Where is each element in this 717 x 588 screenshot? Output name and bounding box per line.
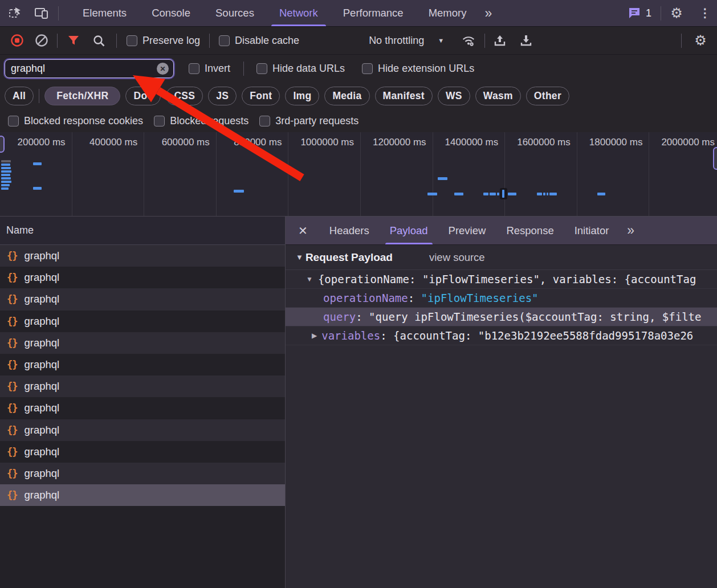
filter-text-input[interactable]: graphql ✕ [5, 59, 174, 78]
checkbox[interactable] [8, 116, 19, 126]
filter-funnel-icon[interactable] [66, 33, 81, 48]
chip-wasm[interactable]: Wasm [475, 87, 521, 105]
chip-ws[interactable]: WS [438, 87, 470, 105]
network-settings-gear-icon[interactable]: ⚙ [693, 33, 708, 48]
chip-all[interactable]: All [5, 87, 34, 105]
chip-doc[interactable]: Doc [125, 87, 161, 105]
inspect-element-icon[interactable] [8, 6, 23, 21]
disable-cache-checkbox[interactable]: Disable cache [219, 35, 299, 47]
more-tabs-icon[interactable]: » [479, 6, 496, 21]
chip-css[interactable]: CSS [166, 87, 203, 105]
checkbox[interactable] [219, 35, 230, 46]
invert-checkbox[interactable]: Invert [189, 63, 230, 75]
overview-column: 1200000 ms [361, 132, 433, 217]
request-row[interactable]: {}graphql [0, 311, 285, 332]
view-source-link[interactable]: view source [429, 251, 485, 264]
waterfall-bar [1, 170, 11, 173]
hide-data-urls-checkbox[interactable]: Hide data URLs [256, 63, 345, 75]
detail-tab-preview[interactable]: Preview [438, 217, 496, 244]
checkbox[interactable] [189, 63, 199, 74]
kebab-menu-icon[interactable]: ⋮ [698, 6, 712, 21]
waterfall-bar [597, 193, 605, 195]
chip-fetch-xhr[interactable]: Fetch/XHR [44, 87, 120, 105]
json-request-icon: {} [7, 446, 17, 458]
chip-media[interactable]: Media [324, 87, 369, 105]
tab-console[interactable]: Console [139, 0, 203, 26]
request-row[interactable]: {}graphql [0, 354, 285, 375]
payload-root-row[interactable]: ▼ {operationName: "ipFlowTimeseries", va… [286, 270, 717, 288]
tab-elements[interactable]: Elements [70, 0, 139, 26]
request-name: graphql [24, 446, 59, 458]
chip-font[interactable]: Font [242, 87, 280, 105]
clear-filter-icon[interactable]: ✕ [157, 63, 169, 75]
chip-other[interactable]: Other [526, 87, 569, 105]
chip-img[interactable]: Img [285, 87, 319, 105]
payload-entry-operationName[interactable]: operationName: "ipFlowTimeseries" [286, 288, 717, 307]
close-detail-icon[interactable]: ✕ [298, 224, 308, 238]
detail-tab-headers[interactable]: Headers [319, 217, 380, 244]
request-row[interactable]: {}graphql [0, 245, 285, 267]
blocked-requests-checkbox[interactable]: Blocked requests [154, 115, 248, 127]
checkbox[interactable] [127, 35, 137, 46]
request-row[interactable]: {}graphql [0, 332, 285, 354]
preserve-log-checkbox[interactable]: Preserve log [127, 35, 200, 47]
network-conditions-icon[interactable] [461, 33, 476, 48]
tab-performance[interactable]: Performance [331, 0, 416, 26]
json-request-icon: {} [7, 272, 17, 283]
chip-js[interactable]: JS [208, 87, 237, 105]
expand-triangle-icon[interactable]: ▶ [312, 332, 317, 340]
overview-right-grip[interactable] [713, 147, 717, 170]
issues-icon[interactable] [628, 7, 641, 19]
payload-entry-query[interactable]: query: "query ipFlowTimeseries($accountT… [286, 307, 717, 326]
payload-key: variables [321, 329, 380, 342]
waterfall-bar-gray [1, 160, 11, 162]
payload-entry-variables[interactable]: ▶variables: {accountTag: "b12e3b2192ee55… [286, 326, 717, 345]
waterfall-bar [1, 181, 11, 183]
request-row[interactable]: {}graphql [0, 397, 285, 419]
settings-gear-icon[interactable]: ⚙ [669, 6, 684, 21]
issues-count: 1 [646, 7, 651, 19]
request-row[interactable]: {}graphql [0, 375, 285, 397]
3rd-party-requests-checkbox[interactable]: 3rd-party requests [259, 115, 358, 127]
tab-memory[interactable]: Memory [416, 0, 479, 26]
waterfall-bar [1, 184, 10, 186]
search-icon[interactable] [91, 33, 106, 48]
request-row[interactable]: {}graphql [0, 484, 285, 506]
record-network-log-icon[interactable] [10, 33, 25, 48]
request-row[interactable]: {}graphql [0, 419, 285, 441]
tab-network[interactable]: Network [267, 0, 331, 26]
detail-more-tabs-icon[interactable]: » [621, 223, 639, 238]
checkbox[interactable] [362, 63, 373, 74]
network-overview-timeline[interactable]: 200000 ms400000 ms600000 ms800000 ms1000… [0, 132, 717, 217]
request-row[interactable]: {}graphql [0, 267, 285, 288]
import-har-icon[interactable] [492, 33, 507, 48]
waterfall-bar [508, 193, 516, 195]
expand-triangle-icon[interactable]: ▼ [306, 275, 313, 283]
device-toolbar-icon[interactable] [34, 6, 49, 21]
name-column-header[interactable]: Name [0, 217, 285, 245]
filter-row: graphql ✕ Invert Hide data URLs Hide ext… [0, 55, 717, 83]
detail-tab-initiator[interactable]: Initiator [564, 217, 620, 244]
detail-tab-response[interactable]: Response [496, 217, 564, 244]
blocked-response-cookies-checkbox[interactable]: Blocked response cookies [8, 115, 143, 127]
clear-network-log-icon[interactable] [34, 33, 49, 48]
checkbox[interactable] [259, 116, 270, 126]
export-har-icon[interactable] [519, 33, 533, 48]
payload-root-preview: {operationName: "ipFlowTimeseries", vari… [318, 273, 696, 285]
overview-column: 2000000 ms [649, 132, 717, 217]
checkbox[interactable] [154, 116, 165, 126]
tab-sources[interactable]: Sources [203, 0, 267, 26]
chip-manifest[interactable]: Manifest [375, 87, 433, 105]
checkbox[interactable] [256, 63, 267, 74]
overview-left-grip[interactable] [0, 136, 5, 153]
detail-tab-payload[interactable]: Payload [380, 217, 438, 244]
waterfall-bar [33, 162, 42, 165]
throttling-dropdown[interactable]: No throttling ▼ [369, 35, 444, 47]
hide-extension-urls-checkbox[interactable]: Hide extension URLs [362, 63, 474, 75]
request-row[interactable]: {}graphql [0, 463, 285, 484]
collapse-triangle-icon[interactable]: ▼ [296, 253, 303, 262]
request-row[interactable]: {}graphql [0, 441, 285, 463]
divider [209, 34, 210, 48]
waterfall-bar [454, 193, 463, 195]
request-row[interactable]: {}graphql [0, 288, 285, 310]
